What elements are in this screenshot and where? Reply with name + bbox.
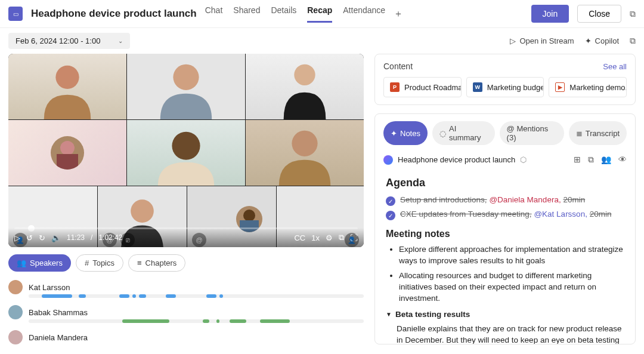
svg-point-7: [131, 199, 154, 223]
visibility-action-icon[interactable]: 👁: [618, 155, 627, 165]
tab-shared[interactable]: Shared: [233, 5, 260, 23]
loop-component-header: Headphone device product launch ⬡ ⊞ ⧉ 👥 …: [375, 152, 635, 167]
add-tab-button[interactable]: ＋: [394, 8, 403, 20]
triangle-down-icon: ▼: [386, 311, 392, 318]
speaker-name: Daniela Mandera: [29, 333, 88, 342]
video-controls: ▷ ↺ ↻ 🔈 11:23 / 1:02:42 CC 1x ⚙ ⧉ ⛶: [8, 228, 364, 247]
close-button[interactable]: Close: [577, 5, 621, 23]
hash-icon: #: [85, 258, 89, 267]
share-action-icon[interactable]: 👥: [601, 155, 611, 165]
grid-action-icon[interactable]: ⊞: [574, 155, 581, 165]
content-heading: Content: [383, 61, 413, 71]
transcript-icon: ≣: [576, 129, 583, 138]
list-icon: ≡: [137, 258, 142, 267]
loop-icon: [383, 155, 393, 165]
meeting-title: Headphone device product launch: [31, 8, 197, 20]
speakers-pill[interactable]: 👥Speakers: [8, 254, 71, 272]
participant-tile: [8, 120, 126, 186]
play-button[interactable]: ▷: [14, 233, 20, 242]
participant-tile: [246, 120, 364, 186]
tab-details[interactable]: Details: [271, 5, 296, 23]
content-file-item[interactable]: WMarketing budget...: [466, 77, 544, 97]
avatar: [8, 330, 23, 344]
note-bullet: Allocating resources and budget to diffe…: [399, 270, 624, 304]
speaker-row: Babak Shammas: [8, 305, 364, 323]
notes-body[interactable]: Agenda ✓ Setup and introductions, @Danie…: [375, 167, 635, 344]
content-file-item[interactable]: ▶Marketing demo...: [549, 77, 627, 97]
see-all-link[interactable]: See all: [603, 62, 627, 71]
svg-point-2: [294, 64, 315, 85]
chapters-pill[interactable]: ≡Chapters: [128, 254, 185, 272]
captions-icon[interactable]: CC: [294, 233, 305, 242]
word-icon: W: [473, 82, 482, 92]
avatar: [8, 305, 23, 319]
pip-icon[interactable]: ⧉: [339, 233, 344, 242]
copilot-button[interactable]: ✦ Copilot: [585, 36, 619, 45]
participant-tile: [8, 54, 126, 119]
agenda-heading: Agenda: [386, 177, 624, 189]
tab-chat[interactable]: Chat: [205, 5, 223, 23]
bulb-icon: ◌: [439, 129, 446, 138]
speaker-timeline[interactable]: [29, 319, 364, 323]
content-file-item[interactable]: PProduct Roadmap...: [383, 77, 462, 97]
participant-tile: [127, 120, 245, 186]
svg-point-8: [243, 210, 255, 221]
content-panel: Content See all PProduct Roadmap... WMar…: [374, 54, 636, 105]
date-label: Feb 6, 2024 12:00 - 1:00: [16, 36, 100, 45]
calendar-app-icon: ▭: [8, 7, 23, 21]
shield-icon: ⬡: [520, 155, 527, 164]
svg-point-0: [55, 66, 79, 89]
speakers-timeline: Kat Larsson Babak Shammas Daniela Mander…: [8, 280, 364, 344]
powerpoint-icon: P: [390, 82, 400, 92]
meeting-notes-heading: Meeting notes: [386, 229, 624, 239]
topics-pill[interactable]: #Topics: [76, 254, 123, 272]
join-button[interactable]: Join: [531, 5, 569, 23]
recap-toolbar: Feb 6, 2024 12:00 - 1:00 ⌄ ▷ Open in Str…: [0, 28, 644, 54]
speaker-name: Kat Larsson: [29, 283, 70, 292]
people-icon: 👥: [17, 258, 26, 267]
open-in-stream-button[interactable]: ▷ Open in Stream: [510, 36, 574, 45]
avatar: [8, 280, 23, 294]
notes-tab[interactable]: ✦Notes: [383, 121, 428, 145]
popout-icon[interactable]: ⧉: [630, 9, 636, 19]
settings-icon[interactable]: ⚙: [326, 233, 333, 242]
speaker-timeline[interactable]: [29, 294, 364, 298]
expand-icon[interactable]: ⧉: [630, 36, 636, 46]
svg-point-6: [292, 131, 317, 156]
ai-summary-tab[interactable]: ◌AI summary: [432, 121, 495, 145]
mention[interactable]: @Daniela Mandera,: [489, 195, 561, 204]
participant-tile: [246, 54, 364, 119]
copy-action-icon[interactable]: ⧉: [588, 155, 594, 165]
volume-icon[interactable]: 🔈: [51, 233, 61, 242]
checkmark-icon[interactable]: ✓: [386, 196, 395, 206]
tab-recap[interactable]: Recap: [307, 5, 332, 23]
mention[interactable]: @Kat Larsson,: [534, 210, 587, 218]
meeting-tabs: Chat Shared Details Recap Attendance: [205, 5, 385, 23]
participant-tile: [127, 54, 245, 119]
svg-point-1: [173, 64, 199, 90]
transcript-tab[interactable]: ≣Transcript: [569, 121, 627, 145]
fullscreen-icon[interactable]: ⛶: [350, 233, 358, 242]
speaker-name: Babak Shammas: [29, 308, 88, 317]
notes-panel: ✦Notes ◌AI summary @ Mentions (3) ≣Trans…: [374, 113, 636, 344]
speaker-row: Daniela Mandera: [8, 330, 364, 344]
loop-title: Headphone device product launch: [398, 155, 515, 164]
forward-10-icon[interactable]: ↻: [39, 233, 45, 242]
svg-point-3: [60, 141, 75, 155]
agenda-item[interactable]: ✓ CXE updates from Tuesday meeting, @Kat…: [386, 210, 624, 220]
tab-attendance[interactable]: Attendance: [343, 5, 385, 23]
note-bullet: Explore different approaches for impleme…: [399, 244, 624, 267]
date-selector[interactable]: Feb 6, 2024 12:00 - 1:00 ⌄: [8, 33, 130, 49]
mentions-tab[interactable]: @ Mentions (3): [500, 121, 564, 145]
agenda-item[interactable]: ✓ Setup and introductions, @Daniela Mand…: [386, 195, 624, 206]
stream-icon: ▶: [555, 82, 565, 92]
collapsible-heading[interactable]: ▼Beta testing results: [386, 310, 624, 319]
svg-point-5: [172, 132, 200, 160]
meeting-recording-player[interactable]: 👤 @⎚ @ 👤 ▷ ↺ ↻ 🔈 11:23 / 1:02:42: [8, 54, 364, 247]
timeline-filter-pills: 👥Speakers #Topics ≡Chapters: [8, 254, 364, 272]
rewind-10-icon[interactable]: ↺: [26, 233, 33, 242]
stream-icon: ▷: [510, 36, 516, 45]
checkmark-icon[interactable]: ✓: [386, 211, 395, 220]
svg-rect-4: [57, 154, 78, 170]
playback-speed[interactable]: 1x: [311, 233, 320, 242]
